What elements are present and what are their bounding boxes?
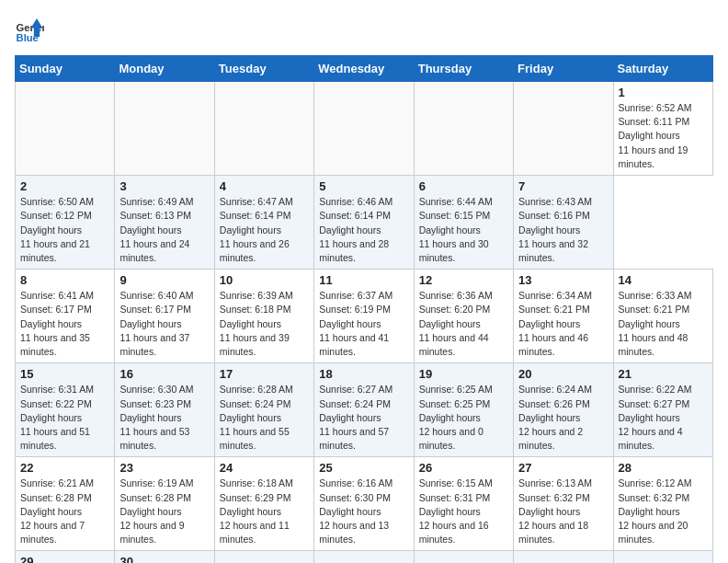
day-cell-30: 30Sunrise: 6:09 AMSunset: 6:34 PMDayligh… [115,551,214,563]
day-cell-5: 5Sunrise: 6:46 AMSunset: 6:14 PMDaylight… [314,176,414,270]
day-cell-13: 13Sunrise: 6:34 AMSunset: 6:21 PMDayligh… [514,270,613,363]
day-info: Sunrise: 6:15 AMSunset: 6:31 PMDaylight … [419,477,508,546]
day-number: 28 [619,461,708,475]
week-row-5: 22Sunrise: 6:21 AMSunset: 6:28 PMDayligh… [16,457,713,551]
day-cell-4: 4Sunrise: 6:47 AMSunset: 6:14 PMDaylight… [214,176,313,270]
empty-cell [314,82,414,176]
day-number: 6 [419,179,508,193]
page-header: General Blue [15,15,713,44]
day-info: Sunrise: 6:37 AMSunset: 6:19 PMDaylight … [319,289,408,359]
week-row-3: 8Sunrise: 6:41 AMSunset: 6:17 PMDaylight… [16,270,713,363]
header-monday: Monday [115,56,214,82]
day-number: 18 [319,367,408,381]
empty-cell [16,82,115,176]
day-cell-20: 20Sunrise: 6:24 AMSunset: 6:26 PMDayligh… [514,363,613,457]
empty-cell [414,82,513,176]
day-cell-23: 23Sunrise: 6:19 AMSunset: 6:28 PMDayligh… [115,457,214,551]
day-number: 29 [20,555,109,563]
day-cell-18: 18Sunrise: 6:27 AMSunset: 6:24 PMDayligh… [314,363,414,457]
day-info: Sunrise: 6:36 AMSunset: 6:20 PMDaylight … [419,289,508,359]
week-row-1: 1Sunrise: 6:52 AMSunset: 6:11 PMDaylight… [16,82,713,176]
day-number: 14 [619,273,708,287]
logo: General Blue [15,15,44,44]
empty-cell [414,551,513,563]
day-info: Sunrise: 6:34 AMSunset: 6:21 PMDaylight … [518,289,608,359]
day-number: 21 [619,367,708,381]
header-tuesday: Tuesday [214,56,313,82]
day-cell-2: 2Sunrise: 6:50 AMSunset: 6:12 PMDaylight… [16,176,115,270]
day-cell-6: 6Sunrise: 6:44 AMSunset: 6:15 PMDaylight… [414,176,513,270]
day-cell-27: 27Sunrise: 6:13 AMSunset: 6:32 PMDayligh… [514,457,613,551]
day-cell-24: 24Sunrise: 6:18 AMSunset: 6:29 PMDayligh… [214,457,313,551]
day-info: Sunrise: 6:12 AMSunset: 6:32 PMDaylight … [619,477,708,546]
day-cell-12: 12Sunrise: 6:36 AMSunset: 6:20 PMDayligh… [414,270,513,363]
week-row-4: 15Sunrise: 6:31 AMSunset: 6:22 PMDayligh… [16,363,713,457]
day-info: Sunrise: 6:21 AMSunset: 6:28 PMDaylight … [20,477,109,546]
day-info: Sunrise: 6:28 AMSunset: 6:24 PMDaylight … [220,383,309,453]
day-info: Sunrise: 6:30 AMSunset: 6:23 PMDaylight … [119,383,209,453]
day-number: 26 [419,461,508,475]
day-number: 25 [319,461,408,475]
day-number: 2 [20,179,109,193]
day-info: Sunrise: 6:40 AMSunset: 6:17 PMDaylight … [119,289,209,359]
day-info: Sunrise: 6:19 AMSunset: 6:28 PMDaylight … [119,477,209,546]
day-cell-7: 7Sunrise: 6:43 AMSunset: 6:16 PMDaylight… [514,176,613,270]
day-number: 11 [319,273,408,287]
day-number: 9 [119,273,209,287]
day-cell-9: 9Sunrise: 6:40 AMSunset: 6:17 PMDaylight… [115,270,214,363]
day-info: Sunrise: 6:13 AMSunset: 6:32 PMDaylight … [518,477,608,546]
logo-icon: General Blue [15,15,44,44]
empty-cell [214,551,313,563]
day-info: Sunrise: 6:47 AMSunset: 6:14 PMDaylight … [220,195,309,265]
day-cell-10: 10Sunrise: 6:39 AMSunset: 6:18 PMDayligh… [214,270,313,363]
week-row-6: 29Sunrise: 6:10 AMSunset: 6:33 PMDayligh… [16,551,713,563]
day-cell-8: 8Sunrise: 6:41 AMSunset: 6:17 PMDaylight… [16,270,115,363]
header-friday: Friday [514,56,613,82]
day-cell-11: 11Sunrise: 6:37 AMSunset: 6:19 PMDayligh… [314,270,414,363]
day-info: Sunrise: 6:50 AMSunset: 6:12 PMDaylight … [20,195,109,265]
day-info: Sunrise: 6:41 AMSunset: 6:17 PMDaylight … [20,289,109,359]
day-number: 12 [419,273,508,287]
header-thursday: Thursday [414,56,513,82]
day-number: 23 [119,461,209,475]
day-number: 5 [319,179,408,193]
day-info: Sunrise: 6:43 AMSunset: 6:16 PMDaylight … [518,195,608,265]
day-info: Sunrise: 6:46 AMSunset: 6:14 PMDaylight … [319,195,408,265]
day-cell-17: 17Sunrise: 6:28 AMSunset: 6:24 PMDayligh… [214,363,313,457]
day-cell-25: 25Sunrise: 6:16 AMSunset: 6:30 PMDayligh… [314,457,414,551]
day-info: Sunrise: 6:27 AMSunset: 6:24 PMDaylight … [319,383,408,453]
day-cell-21: 21Sunrise: 6:22 AMSunset: 6:27 PMDayligh… [613,363,712,457]
day-cell-14: 14Sunrise: 6:33 AMSunset: 6:21 PMDayligh… [613,270,712,363]
day-number: 19 [419,367,508,381]
day-info: Sunrise: 6:24 AMSunset: 6:26 PMDaylight … [518,383,608,453]
day-info: Sunrise: 6:18 AMSunset: 6:29 PMDaylight … [220,477,309,546]
header-saturday: Saturday [613,56,712,82]
day-number: 13 [518,273,608,287]
empty-cell [314,551,414,563]
calendar-table: SundayMondayTuesdayWednesdayThursdayFrid… [15,55,713,563]
day-cell-16: 16Sunrise: 6:30 AMSunset: 6:23 PMDayligh… [115,363,214,457]
day-info: Sunrise: 6:16 AMSunset: 6:30 PMDaylight … [319,477,408,546]
day-cell-26: 26Sunrise: 6:15 AMSunset: 6:31 PMDayligh… [414,457,513,551]
day-cell-1: 1Sunrise: 6:52 AMSunset: 6:11 PMDaylight… [613,82,712,176]
day-number: 10 [220,273,309,287]
calendar-header-row: SundayMondayTuesdayWednesdayThursdayFrid… [16,56,713,82]
day-number: 7 [518,179,608,193]
day-number: 30 [119,555,209,563]
day-number: 22 [20,461,109,475]
day-number: 3 [119,179,209,193]
day-cell-28: 28Sunrise: 6:12 AMSunset: 6:32 PMDayligh… [613,457,712,551]
day-number: 4 [220,179,309,193]
day-info: Sunrise: 6:49 AMSunset: 6:13 PMDaylight … [119,195,209,265]
empty-cell [214,82,313,176]
day-cell-15: 15Sunrise: 6:31 AMSunset: 6:22 PMDayligh… [16,363,115,457]
day-number: 17 [220,367,309,381]
day-number: 20 [518,367,608,381]
day-info: Sunrise: 6:31 AMSunset: 6:22 PMDaylight … [20,383,109,453]
header-sunday: Sunday [16,56,115,82]
day-cell-3: 3Sunrise: 6:49 AMSunset: 6:13 PMDaylight… [115,176,214,270]
week-row-2: 2Sunrise: 6:50 AMSunset: 6:12 PMDaylight… [16,176,713,270]
day-cell-22: 22Sunrise: 6:21 AMSunset: 6:28 PMDayligh… [16,457,115,551]
day-info: Sunrise: 6:44 AMSunset: 6:15 PMDaylight … [419,195,508,265]
day-number: 16 [119,367,209,381]
